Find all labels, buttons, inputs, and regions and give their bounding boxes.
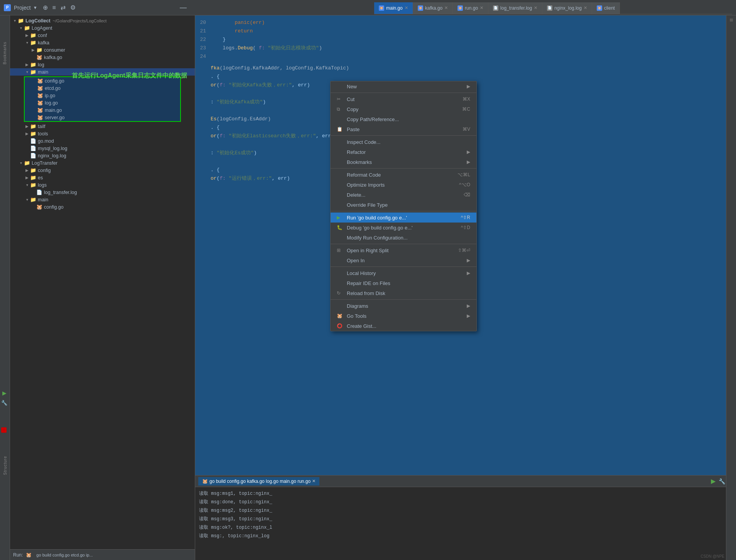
tab-log-transfer[interactable]: 📄 log_transfer.log ✕ bbox=[488, 2, 542, 14]
line-code-e3: or(f: "初始化Kafka失败，err:", err) bbox=[211, 81, 310, 89]
structure-icon[interactable]: ≡ bbox=[52, 4, 56, 11]
tree-item-logs[interactable]: ▾ 📁 logs bbox=[10, 181, 195, 189]
menu-go-tools-arrow: ▶ bbox=[467, 313, 470, 319]
run-tool-icon[interactable]: ▶ bbox=[2, 390, 7, 396]
menu-item-debug[interactable]: 🐛 Debug 'go build config.go e...' ^⇧D bbox=[331, 223, 476, 233]
menu-item-reload[interactable]: ↻ Reload from Disk bbox=[331, 288, 476, 298]
tree-item-config-go-lt[interactable]: 🐹 config.go bbox=[10, 203, 195, 211]
menu-item-local-history[interactable]: Local History ▶ bbox=[331, 268, 476, 278]
menu-item-reformat[interactable]: Reformat Code ⌥⌘L bbox=[331, 170, 476, 180]
menu-item-repair-ide[interactable]: Repair IDE on Files bbox=[331, 278, 476, 288]
menu-bookmarks-arrow: ▶ bbox=[467, 159, 470, 165]
tree-item-consumer[interactable]: ▶ 📁 consumer bbox=[10, 46, 195, 54]
tree-item-logtransfer[interactable]: ▾ 📁 LogTransfer bbox=[10, 159, 195, 167]
line-code-e7: or(f: "初始化Elasticsearch失败，err:", err) bbox=[211, 132, 334, 140]
menu-split-shortcut: ⇧⌘⏎ bbox=[458, 248, 470, 253]
minimize-button[interactable]: — bbox=[177, 3, 189, 12]
tree-item-kafka-go[interactable]: 🐹 kafka.go bbox=[10, 54, 195, 61]
project-dropdown-arrow[interactable]: ▾ bbox=[34, 5, 37, 10]
menu-item-copy-path[interactable]: Copy Path/Reference... bbox=[331, 114, 476, 124]
menu-item-bookmarks[interactable]: Bookmarks ▶ bbox=[331, 157, 476, 167]
menu-item-copy[interactable]: ⧉ Copy ⌘C bbox=[331, 104, 476, 114]
folder-icon-logagent: 📁 bbox=[24, 25, 30, 31]
tree-item-logagent[interactable]: ▾ 📁 LogAgent bbox=[10, 24, 195, 32]
tree-item-log[interactable]: ▶ 📁 log bbox=[10, 61, 195, 68]
menu-history-label: Local History bbox=[347, 270, 465, 276]
output-line-1: 读取 msg:msg1, topic:nginx_ bbox=[199, 489, 732, 498]
tab-label-3: run.go bbox=[465, 5, 478, 11]
tree-item-main-go[interactable]: 🐹 main.go bbox=[25, 106, 180, 114]
tree-item-gomod[interactable]: 📄 go.mod bbox=[10, 137, 195, 145]
tab-close-2[interactable]: ✕ bbox=[444, 5, 448, 10]
menu-item-right-split[interactable]: ⊞ Open in Right Split ⇧⌘⏎ bbox=[331, 245, 476, 255]
menu-item-new[interactable]: New ▶ bbox=[331, 81, 476, 91]
tab-run-go[interactable]: 🐹 run.go ✕ bbox=[453, 2, 488, 14]
tab-close-5[interactable]: ✕ bbox=[584, 5, 587, 10]
tree-item-main-lt[interactable]: ▾ 📁 main bbox=[10, 196, 195, 203]
wrench-icon[interactable]: 🔧 bbox=[1, 400, 7, 406]
tree-item-mysql-log[interactable]: 📄 mysql_log.log bbox=[10, 145, 195, 152]
tab-client[interactable]: 🐹 client bbox=[592, 2, 620, 14]
tree-item-etcd-go[interactable]: 🐹 etcd.go bbox=[25, 84, 180, 92]
bottom-wrench-icon[interactable]: 🔧 bbox=[719, 478, 725, 484]
go-file-icon-2: 🐹 bbox=[418, 5, 423, 11]
menu-item-diagrams[interactable]: Diagrams ▶ bbox=[331, 301, 476, 311]
expand-arrow-logtransfer: ▾ bbox=[18, 161, 24, 165]
folder-icon-config: 📁 bbox=[30, 167, 36, 173]
expand-arrow-kafka: ▾ bbox=[24, 40, 30, 45]
tab-nginx-log[interactable]: 📄 nginx_log.log ✕ bbox=[542, 2, 592, 14]
nginx-log-label: nginx_log.log bbox=[38, 153, 66, 159]
sync-icon[interactable]: ⇄ bbox=[61, 4, 66, 11]
tab-close-4[interactable]: ✕ bbox=[534, 5, 537, 10]
tree-item-logcollect[interactable]: ▾ 📁 LogCollect ~/GolandProjects/LogColle… bbox=[10, 17, 195, 24]
title-bar: P Project ▾ ⊕ ≡ ⇄ ⚙ — 🐹 main.go ✕ 🐹 kafk… bbox=[0, 0, 736, 15]
tree-item-tailf[interactable]: ▶ 📁 tailf bbox=[10, 123, 195, 130]
menu-item-cut[interactable]: ✂ Cut ⌘X bbox=[331, 94, 476, 104]
consumer-label: consumer bbox=[44, 47, 65, 53]
scroll-thumb bbox=[730, 19, 733, 22]
settings-icon[interactable]: ⚙ bbox=[70, 4, 76, 11]
go-icon-config: 🐹 bbox=[37, 78, 43, 84]
tab-kafka-go[interactable]: 🐹 kafka.go ✕ bbox=[413, 2, 453, 14]
tree-item-ip-go[interactable]: 🐹 ip.go bbox=[25, 92, 180, 99]
menu-item-refactor[interactable]: Refactor ▶ bbox=[331, 147, 476, 157]
bottom-tab-close[interactable]: ✕ bbox=[312, 479, 316, 484]
go-icon-kafka: 🐹 bbox=[36, 54, 42, 60]
menu-divider-2 bbox=[331, 135, 476, 136]
menu-item-modify-run[interactable]: Modify Run Configuration... bbox=[331, 233, 476, 243]
tree-item-config-folder[interactable]: ▶ 📁 config bbox=[10, 167, 195, 174]
menu-item-open-in[interactable]: Open In ▶ bbox=[331, 255, 476, 265]
tree-item-main[interactable]: ▾ 📁 main bbox=[10, 68, 195, 76]
tree-item-nginx-log-file[interactable]: 📄 nginx_log.log bbox=[10, 152, 195, 159]
tree-item-es[interactable]: ▶ 📁 es bbox=[10, 174, 195, 181]
tree-item-server-go[interactable]: 🐹 server.go bbox=[25, 114, 180, 121]
folder-icon-es: 📁 bbox=[30, 175, 36, 180]
tab-close-3[interactable]: ✕ bbox=[480, 5, 483, 10]
tree-item-log-transfer[interactable]: 📄 log_transfer.log bbox=[10, 189, 195, 196]
menu-optimize-shortcut: ^⌥O bbox=[459, 182, 470, 187]
line-num-20: 20 bbox=[195, 19, 211, 27]
menu-item-go-tools[interactable]: 🐹 Go Tools ▶ bbox=[331, 311, 476, 321]
menu-paste-icon: 📋 bbox=[337, 127, 344, 132]
tree-item-kafka[interactable]: ▾ 📁 kafka bbox=[10, 39, 195, 46]
menu-item-delete[interactable]: Delete... ⌫ bbox=[331, 190, 476, 200]
menu-item-override-type[interactable]: Override File Type bbox=[331, 200, 476, 210]
menu-item-inspect[interactable]: Inspect Code... bbox=[331, 137, 476, 147]
menu-item-run[interactable]: ▶ Run 'go build config.go e...' ^⇧R bbox=[331, 213, 476, 223]
bottom-tab-active[interactable]: 🐹 go build config.go kafka.go log.go mai… bbox=[198, 477, 319, 486]
folder-icon-kafka: 📁 bbox=[30, 40, 36, 46]
tree-item-log-go[interactable]: 🐹 log.go bbox=[25, 99, 180, 106]
line-code-e1: fka(logConfig.KafkaAddr, logConfig.Kafka… bbox=[211, 64, 349, 73]
line-code-e8: : "初始化Es成功") bbox=[211, 149, 257, 157]
menu-item-optimize[interactable]: Optimize Imports ^⌥O bbox=[331, 180, 476, 190]
tree-item-conf[interactable]: ▶ 📁 conf bbox=[10, 32, 195, 39]
tree-item-config-go[interactable]: 🐹 config.go bbox=[25, 77, 180, 84]
tab-main-go[interactable]: 🐹 main.go ✕ bbox=[374, 2, 413, 14]
navigate-icon[interactable]: ⊕ bbox=[43, 4, 48, 11]
tree-item-tools[interactable]: ▶ 📁 tools bbox=[10, 130, 195, 137]
bottom-run-icon[interactable]: ▶ bbox=[711, 477, 716, 485]
menu-item-paste[interactable]: 📋 Paste ⌘V bbox=[331, 124, 476, 134]
tab-close-icon[interactable]: ✕ bbox=[405, 5, 408, 10]
stop-icon[interactable] bbox=[1, 427, 7, 433]
menu-item-create-gist[interactable]: ⭕ Create Gist... bbox=[331, 321, 476, 331]
